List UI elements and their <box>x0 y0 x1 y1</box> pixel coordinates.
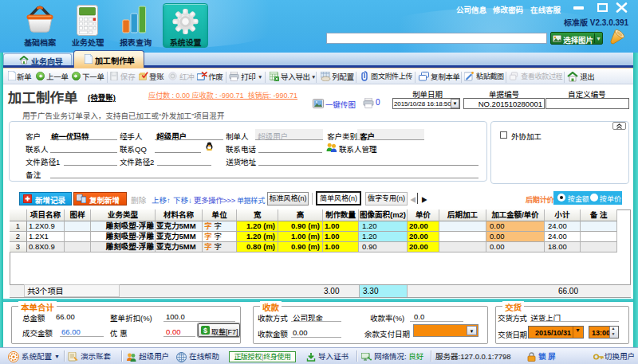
svg-text:$: $ <box>203 327 207 335</box>
